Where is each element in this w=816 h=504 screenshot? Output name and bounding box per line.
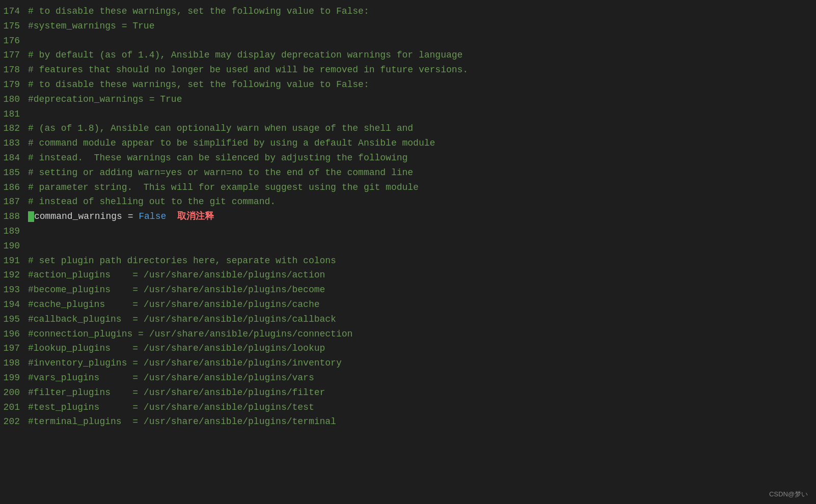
line-code: #system_warnings = True xyxy=(28,19,154,34)
code-line: 178# features that should no longer be u… xyxy=(0,63,816,77)
line-code: # to disable these warnings, set the fol… xyxy=(28,4,369,19)
line-number: 178 xyxy=(0,63,28,77)
line-number: 197 xyxy=(0,341,28,356)
code-line: 199#vars_plugins = /usr/share/ansible/pl… xyxy=(0,371,816,385)
line-code: #vars_plugins = /usr/share/ansible/plugi… xyxy=(28,371,314,385)
line-number: 185 xyxy=(0,165,28,180)
line-code: #deprecation_warnings = True xyxy=(28,92,182,107)
line-number: 201 xyxy=(0,400,28,415)
code-lines: 174# to disable these warnings, set the … xyxy=(0,4,816,500)
line-number: 198 xyxy=(0,356,28,371)
code-line: 185# setting or adding warn=yes or warn=… xyxy=(0,165,816,180)
config-key: command_warnings = xyxy=(34,211,139,221)
line-number: 202 xyxy=(0,414,28,429)
line-code: # setting or adding warn=yes or warn=no … xyxy=(28,165,413,180)
cursor xyxy=(28,211,34,222)
line-code: # set plugin path directories here, sepa… xyxy=(28,254,336,268)
line-number: 189 xyxy=(0,224,28,239)
line-number: 184 xyxy=(0,151,28,165)
line-code: command_warnings = False 取消注释 xyxy=(28,209,214,224)
line-number: 183 xyxy=(0,136,28,151)
line-code: # features that should no longer be used… xyxy=(28,63,468,77)
line-number: 187 xyxy=(0,194,28,209)
code-line: 195#callback_plugins = /usr/share/ansibl… xyxy=(0,312,816,327)
line-code: # to disable these warnings, set the fol… xyxy=(28,77,369,92)
code-line: 186# parameter string. This will for exa… xyxy=(0,180,816,195)
code-line: 184# instead. These warnings can be sile… xyxy=(0,151,816,165)
code-line: 187# instead of shelling out to the git … xyxy=(0,194,816,209)
code-line: 198#inventory_plugins = /usr/share/ansib… xyxy=(0,356,816,371)
line-code: #filter_plugins = /usr/share/ansible/plu… xyxy=(28,385,325,400)
line-number: 182 xyxy=(0,121,28,136)
code-line: 174# to disable these warnings, set the … xyxy=(0,4,816,19)
line-code: # (as of 1.8), Ansible can optionally wa… xyxy=(28,121,413,136)
line-number: 177 xyxy=(0,48,28,63)
code-line: 176 xyxy=(0,34,816,48)
line-number: 181 xyxy=(0,107,28,122)
code-line: 180#deprecation_warnings = True xyxy=(0,92,816,107)
code-line: 189 xyxy=(0,224,816,239)
line-number: 188 xyxy=(0,209,28,224)
code-line: 183# command module appear to be simplif… xyxy=(0,136,816,151)
line-code: #action_plugins = /usr/share/ansible/plu… xyxy=(28,268,325,283)
code-line: 202#terminal_plugins = /usr/share/ansibl… xyxy=(0,414,816,429)
line-number: 192 xyxy=(0,268,28,283)
line-number: 193 xyxy=(0,283,28,297)
code-line: 192#action_plugins = /usr/share/ansible/… xyxy=(0,268,816,283)
line-number: 196 xyxy=(0,327,28,342)
code-line: 193#become_plugins = /usr/share/ansible/… xyxy=(0,283,816,297)
line-code: #test_plugins = /usr/share/ansible/plugi… xyxy=(28,400,314,415)
line-number: 180 xyxy=(0,92,28,107)
code-editor: 174# to disable these warnings, set the … xyxy=(0,0,816,504)
line-code: #connection_plugins = /usr/share/ansible… xyxy=(28,327,352,342)
line-code: #become_plugins = /usr/share/ansible/plu… xyxy=(28,283,325,297)
line-code: #terminal_plugins = /usr/share/ansible/p… xyxy=(28,414,336,429)
line-code: # command module appear to be simplified… xyxy=(28,136,435,151)
code-line: 201#test_plugins = /usr/share/ansible/pl… xyxy=(0,400,816,415)
line-number: 194 xyxy=(0,297,28,312)
code-line: 177# by default (as of 1.4), Ansible may… xyxy=(0,48,816,63)
annotation: 取消注释 xyxy=(166,211,214,221)
line-number: 186 xyxy=(0,180,28,195)
code-line: 188command_warnings = False 取消注释 xyxy=(0,209,816,224)
line-code: #callback_plugins = /usr/share/ansible/p… xyxy=(28,312,336,327)
code-line: 197#lookup_plugins = /usr/share/ansible/… xyxy=(0,341,816,356)
line-number: 176 xyxy=(0,34,28,48)
line-number: 175 xyxy=(0,19,28,34)
code-line: 182# (as of 1.8), Ansible can optionally… xyxy=(0,121,816,136)
watermark: CSDN@梦い xyxy=(769,489,808,500)
line-number: 195 xyxy=(0,312,28,327)
line-code: #cache_plugins = /usr/share/ansible/plug… xyxy=(28,297,320,312)
line-code: #inventory_plugins = /usr/share/ansible/… xyxy=(28,356,342,371)
line-code: # instead of shelling out to the git com… xyxy=(28,194,276,209)
line-code: # parameter string. This will for exampl… xyxy=(28,180,419,195)
line-number: 179 xyxy=(0,77,28,92)
line-number: 200 xyxy=(0,385,28,400)
line-number: 190 xyxy=(0,239,28,254)
line-code: # by default (as of 1.4), Ansible may di… xyxy=(28,48,463,63)
code-line: 190 xyxy=(0,239,816,254)
line-number: 191 xyxy=(0,254,28,268)
code-line: 175#system_warnings = True xyxy=(0,19,816,34)
code-line: 194#cache_plugins = /usr/share/ansible/p… xyxy=(0,297,816,312)
code-line: 191# set plugin path directories here, s… xyxy=(0,254,816,268)
line-code: #lookup_plugins = /usr/share/ansible/plu… xyxy=(28,341,325,356)
line-number: 199 xyxy=(0,371,28,385)
config-value: False xyxy=(139,211,166,221)
line-code: # instead. These warnings can be silence… xyxy=(28,151,407,165)
code-line: 179# to disable these warnings, set the … xyxy=(0,77,816,92)
code-line: 200#filter_plugins = /usr/share/ansible/… xyxy=(0,385,816,400)
line-number: 174 xyxy=(0,4,28,19)
code-line: 196#connection_plugins = /usr/share/ansi… xyxy=(0,327,816,342)
code-line: 181 xyxy=(0,107,816,122)
